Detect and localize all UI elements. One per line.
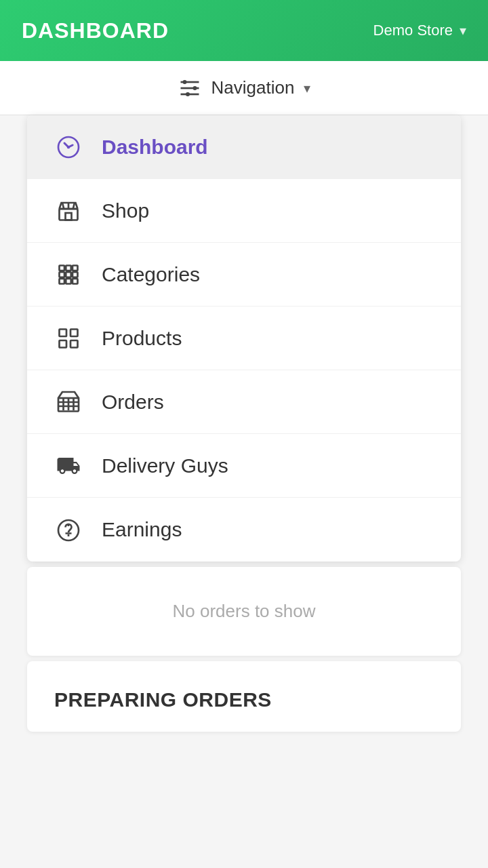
sidebar-item-delivery-guys-label: Delivery Guys bbox=[102, 454, 228, 477]
sidebar-item-shop[interactable]: Shop bbox=[27, 179, 461, 243]
navigation-label: Navigation bbox=[211, 77, 295, 98]
sidebar-item-dashboard-label: Dashboard bbox=[102, 136, 208, 159]
sidebar-item-dashboard[interactable]: Dashboard bbox=[27, 115, 461, 179]
svg-rect-23 bbox=[70, 330, 78, 337]
sidebar-item-earnings-label: Earnings bbox=[102, 518, 182, 541]
svg-point-3 bbox=[182, 80, 186, 84]
no-orders-section: No orders to show bbox=[27, 567, 461, 656]
sidebar-item-orders[interactable]: Orders bbox=[27, 370, 461, 434]
svg-rect-17 bbox=[66, 272, 71, 277]
preparing-orders-section: PREPARING ORDERS bbox=[27, 661, 461, 732]
svg-rect-22 bbox=[60, 330, 67, 337]
svg-rect-9 bbox=[66, 213, 72, 220]
sidebar-item-orders-label: Orders bbox=[102, 391, 164, 414]
svg-rect-20 bbox=[66, 279, 71, 284]
svg-line-11 bbox=[62, 203, 64, 209]
svg-rect-7 bbox=[60, 209, 78, 220]
sidebar-item-categories-label: Categories bbox=[102, 263, 200, 286]
store-chevron-icon: ▾ bbox=[460, 22, 466, 39]
header-title: DASHBOARD bbox=[22, 18, 169, 43]
categories-icon bbox=[54, 262, 83, 287]
no-orders-text: No orders to show bbox=[173, 601, 316, 621]
earnings-icon bbox=[54, 517, 83, 542]
svg-line-12 bbox=[73, 203, 75, 209]
sidebar-item-products-label: Products bbox=[102, 327, 182, 350]
svg-rect-25 bbox=[70, 340, 78, 348]
sidebar-item-products[interactable]: Products bbox=[27, 307, 461, 370]
shop-icon bbox=[54, 198, 83, 223]
navigation-menu: Dashboard Shop bbox=[27, 115, 461, 561]
store-selector[interactable]: Demo Store ▾ bbox=[373, 22, 466, 39]
svg-rect-18 bbox=[73, 272, 78, 277]
sidebar-item-categories[interactable]: Categories bbox=[27, 243, 461, 307]
products-icon bbox=[54, 326, 83, 351]
preparing-orders-title: PREPARING ORDERS bbox=[54, 688, 272, 711]
svg-rect-13 bbox=[60, 266, 65, 271]
svg-rect-14 bbox=[66, 266, 71, 271]
svg-rect-16 bbox=[60, 272, 65, 277]
store-name: Demo Store bbox=[373, 22, 453, 39]
navigation-bar[interactable]: Navigation ▾ bbox=[0, 61, 488, 115]
svg-rect-21 bbox=[73, 279, 78, 284]
svg-rect-19 bbox=[60, 279, 65, 284]
svg-rect-15 bbox=[73, 266, 78, 271]
svg-point-5 bbox=[186, 92, 190, 96]
dashboard-icon bbox=[54, 134, 83, 159]
sidebar-item-delivery-guys[interactable]: Delivery Guys bbox=[27, 434, 461, 498]
svg-point-4 bbox=[192, 86, 197, 90]
navigation-icon bbox=[178, 76, 202, 100]
sidebar-item-shop-label: Shop bbox=[102, 199, 149, 222]
sidebar-item-earnings[interactable]: Earnings bbox=[27, 498, 461, 561]
navigation-chevron-icon: ▾ bbox=[304, 80, 310, 96]
orders-icon bbox=[54, 389, 83, 414]
svg-point-6 bbox=[67, 146, 70, 149]
delivery-guys-icon bbox=[54, 453, 83, 478]
header: DASHBOARD Demo Store ▾ bbox=[0, 0, 488, 61]
svg-rect-24 bbox=[60, 340, 67, 348]
